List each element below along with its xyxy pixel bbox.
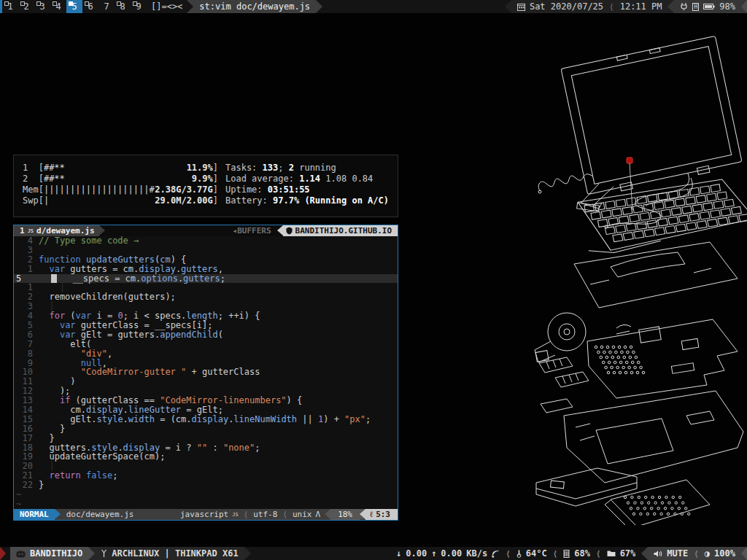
workspace-tag-1[interactable]: 1 bbox=[2, 0, 18, 13]
tab-active[interactable]: 1 JS d/dewayem.js bbox=[14, 225, 99, 236]
code-line: 8 "div", bbox=[14, 349, 398, 359]
tag-occupied-indicator bbox=[117, 1, 121, 6]
line-number: 3 bbox=[14, 302, 39, 311]
powerline-notch bbox=[187, 0, 193, 13]
line-number: 3 bbox=[14, 246, 39, 255]
workspace-tag-8[interactable]: 8 bbox=[115, 0, 131, 13]
network-signal-icon bbox=[492, 550, 500, 558]
volume-value: MUTE bbox=[667, 548, 688, 559]
line-number: 5 bbox=[14, 321, 39, 330]
powerline-arrow bbox=[88, 547, 95, 560]
powerline-arrow bbox=[360, 509, 365, 519]
top-status-bar: 123456789 []=<>< st:vim doc/dewayem.js S… bbox=[0, 0, 747, 13]
line-number: 17 bbox=[14, 434, 39, 443]
window-title-segment: st:vim doc/dewayem.js bbox=[193, 0, 316, 13]
system-stats: ↓ 0.00 ↑ 0.00 KB/s ⟨ 64°C ⟨ 68% ⟨ 67% bbox=[396, 547, 635, 560]
os-icon: Λ bbox=[316, 510, 321, 519]
separator: ⟨ bbox=[504, 549, 512, 559]
separator: ⟨ bbox=[281, 510, 289, 519]
code-line: 22} bbox=[14, 481, 398, 490]
site-label: BANDITHIJO.GITHUB.IO bbox=[295, 226, 392, 236]
layout-symbol[interactable]: []=<>< bbox=[147, 0, 187, 13]
scroll-percent: 18% bbox=[330, 509, 360, 520]
code-line: 4// Type some code → bbox=[14, 236, 398, 246]
bottom-status-bar: BANDITHIJO ARCHLINUX | THINKPAD X61 ↓ 0.… bbox=[0, 547, 747, 560]
powerline-edge bbox=[741, 0, 747, 13]
code-line: 21 return false; bbox=[14, 471, 398, 481]
tabline-spacer bbox=[105, 225, 233, 236]
code-line: 19 updateGutterSpace(cm); bbox=[14, 452, 398, 462]
code-line: 7 elt( bbox=[14, 340, 398, 349]
vim-tabline: 1 JS d/dewayem.js ◂BUFFERS BANDITHIJO.GI… bbox=[14, 225, 398, 236]
tilde-marker: ~ bbox=[14, 490, 41, 499]
workspace-tag-3[interactable]: 3 bbox=[34, 0, 50, 13]
cursor-position: ℓ 5:3 bbox=[365, 509, 398, 520]
workspace-tag-7[interactable]: 7 bbox=[98, 0, 115, 13]
workspace-tag-5[interactable]: 5 bbox=[66, 0, 82, 13]
disk-value: 67% bbox=[620, 548, 636, 559]
site-segment: BANDITHIJO.GITHUB.IO bbox=[283, 225, 398, 236]
code-line: 5 var gutterClass = __specs[i]; bbox=[14, 321, 398, 330]
workspace-tag-9[interactable]: 9 bbox=[131, 0, 147, 13]
net-down-value: 0.00 bbox=[406, 548, 427, 559]
powerline-edge bbox=[741, 547, 747, 560]
position-text: 5:3 bbox=[376, 510, 390, 519]
code-editor-area[interactable]: 4// Type some code →32function updateGut… bbox=[14, 236, 398, 509]
javascript-icon: JS bbox=[232, 512, 238, 518]
host-name: ARCHLINUX | THINKPAD X61 bbox=[112, 548, 238, 559]
power-segment: H 98% bbox=[674, 0, 741, 13]
powerline-arrow bbox=[325, 509, 330, 519]
powerline-arrow bbox=[667, 0, 674, 13]
brightness-icon: ◑ bbox=[705, 548, 710, 559]
line-number: 4 bbox=[14, 236, 39, 246]
separator: ⟨ bbox=[242, 510, 250, 519]
code-line: 2 removeChildren(gutters); bbox=[14, 292, 398, 302]
battery-percent: 98% bbox=[719, 1, 735, 12]
calendar-icon bbox=[517, 3, 525, 11]
line-icon: ℓ bbox=[370, 510, 373, 519]
topbar-spacer bbox=[322, 0, 505, 13]
line-number: 8 bbox=[14, 349, 39, 359]
line-number: 16 bbox=[14, 424, 39, 434]
tab-filename: d/dewayem.js bbox=[36, 226, 94, 236]
htop-info-row: Tasks: 133; 2 running bbox=[225, 163, 389, 174]
tag-occupied-indicator bbox=[85, 1, 89, 6]
statusline-spacer bbox=[139, 509, 179, 520]
powerline-arrow bbox=[277, 225, 283, 236]
code-line: 3 bbox=[14, 246, 398, 255]
user-name: BANDITHIJO bbox=[30, 548, 82, 559]
fileformat-text: unix bbox=[293, 510, 312, 519]
workspace-tag-2[interactable]: 2 bbox=[18, 0, 34, 13]
thermometer-icon bbox=[516, 549, 522, 558]
battery-icon bbox=[703, 3, 715, 10]
tab-index: 1 bbox=[20, 226, 25, 236]
brightness-value: 100% bbox=[714, 548, 735, 559]
powerline-arrow bbox=[55, 509, 61, 519]
workspace-tag-6[interactable]: 6 bbox=[82, 0, 98, 13]
user-segment: BANDITHIJO bbox=[10, 547, 88, 560]
line-number: 6 bbox=[14, 330, 39, 340]
tag-occupied-indicator bbox=[4, 1, 9, 6]
htop-meter-row: 2 [##**9.9%] bbox=[23, 174, 218, 184]
powerline-arrow bbox=[316, 0, 322, 13]
temp-value: 64°C bbox=[526, 548, 547, 559]
code-line: 16 } bbox=[14, 424, 398, 434]
separator: ⟨ bbox=[692, 549, 700, 559]
separator: ⟨ bbox=[595, 549, 603, 559]
statusline-filename: doc/dewayem.js bbox=[61, 509, 140, 520]
htop-terminal-window: 1 [##**11.9%]2 [##**9.9%]Mem[|||||||||||… bbox=[13, 155, 398, 217]
code-line: 11 ) bbox=[14, 377, 398, 386]
branch-icon bbox=[101, 549, 107, 558]
time-text: 12:11 PM bbox=[620, 1, 662, 12]
workspace-tag-4[interactable]: 4 bbox=[50, 0, 66, 13]
code-line: 14 cm.display.lineGutter = gElt; bbox=[14, 405, 398, 415]
buffers-label: ◂BUFFERS bbox=[233, 225, 271, 236]
robot-icon bbox=[16, 550, 26, 558]
tag-occupied-indicator bbox=[53, 1, 57, 6]
hibernate-icon: H bbox=[692, 3, 699, 11]
download-icon: ↓ bbox=[396, 548, 401, 559]
desktop: 123456789 []=<>< st:vim doc/dewayem.js S… bbox=[0, 0, 747, 560]
red-arrow-decoration bbox=[0, 547, 6, 560]
powerline-arrow bbox=[244, 547, 251, 560]
host-segment: ARCHLINUX | THINKPAD X61 bbox=[95, 547, 244, 560]
